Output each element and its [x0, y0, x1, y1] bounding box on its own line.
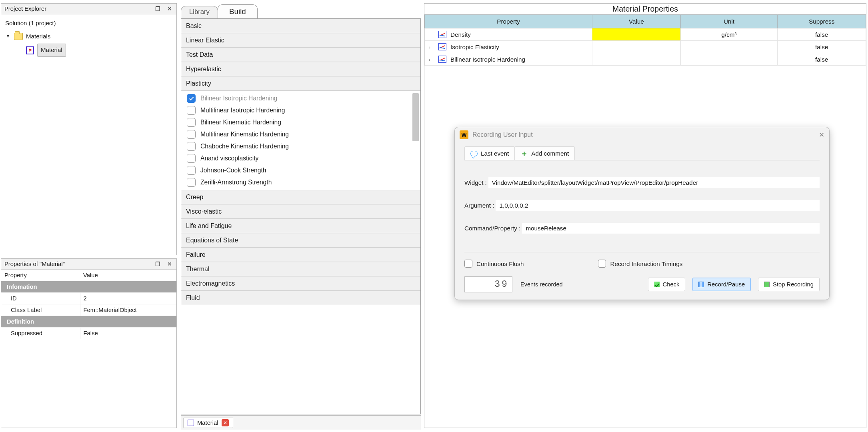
checkbox-icon[interactable] — [187, 166, 196, 175]
chk-chaboche[interactable]: Chaboche Kinematic Hardening — [186, 140, 418, 152]
mp-col-suppress[interactable]: Suppress — [778, 15, 866, 28]
mp-unit[interactable] — [680, 41, 778, 53]
mp-col-unit[interactable]: Unit — [680, 15, 778, 28]
recording-dialog[interactable]: W Recording User Input ✕ Last event ＋ Ad… — [454, 127, 830, 300]
expand-icon[interactable]: › — [429, 44, 434, 50]
chk-label: Chaboche Kinematic Hardening — [200, 143, 289, 150]
prop-id-value[interactable]: 2 — [80, 293, 176, 304]
chk-multilinear-kin[interactable]: Multilinear Kinematic Hardening — [186, 128, 418, 140]
argument-input[interactable]: 1,0,0,0,0,2 — [496, 200, 820, 211]
col-property[interactable]: Property — [1, 270, 80, 281]
record-pause-button[interactable]: Record/Pause — [692, 278, 751, 291]
mp-name: Density — [450, 31, 471, 38]
undock-icon[interactable]: ❐ — [154, 5, 161, 12]
checkbox-icon[interactable] — [187, 106, 196, 115]
checkbox-label: Record Interaction Timings — [610, 260, 682, 267]
chevron-down-icon[interactable]: ▾ — [5, 32, 11, 41]
dialog-title: Recording User Input — [472, 131, 533, 138]
mp-col-property[interactable]: Property — [425, 15, 592, 28]
mp-suppress-density[interactable]: false — [778, 28, 866, 41]
mp-row-iso-elastic[interactable]: › Isotropic Elasticity false — [425, 41, 866, 53]
prop-row-id[interactable]: ID 2 — [1, 293, 176, 304]
checkbox-icon[interactable] — [187, 94, 196, 103]
checkbox-label: Continuous Flush — [476, 260, 524, 267]
stop-recording-button[interactable]: Stop Recording — [758, 278, 820, 291]
mp-value[interactable] — [592, 41, 681, 53]
chk-zerilli-armstrong[interactable]: Zerilli-Armstrong Strength — [186, 176, 418, 188]
mp-suppress[interactable]: false — [778, 41, 866, 53]
group-definition: Definition — [1, 316, 176, 328]
tab-build[interactable]: Build — [218, 4, 258, 18]
cat-electromagnetics[interactable]: Electromagnetics — [181, 276, 420, 291]
close-tab-icon[interactable]: ✕ — [222, 419, 229, 426]
chk-anand[interactable]: Anand viscoplasticity — [186, 152, 418, 164]
chk-bilinear-iso[interactable]: Bilinear Isotropic Hardening — [186, 92, 418, 104]
cat-life-fatigue[interactable]: Life and Fatigue — [181, 219, 420, 233]
properties-panel-title: Properties of "Material" — [4, 261, 65, 267]
checkbox-icon[interactable] — [598, 260, 606, 268]
checkbox-icon[interactable] — [464, 260, 472, 268]
cat-linear-elastic[interactable]: Linear Elastic — [181, 33, 420, 48]
cat-plasticity[interactable]: Plasticity — [181, 76, 420, 91]
tree-material-row[interactable]: ⚑ Material — [4, 43, 174, 58]
checkbox-icon[interactable] — [187, 142, 196, 151]
record-timings-checkbox[interactable]: Record Interaction Timings — [598, 260, 682, 268]
cat-eos[interactable]: Equations of State — [181, 233, 420, 248]
close-icon[interactable]: ✕ — [166, 5, 173, 12]
close-icon[interactable]: ✕ — [166, 260, 173, 268]
material-properties-table: Property Value Unit Suppress › Density g… — [424, 14, 866, 66]
cat-fluid[interactable]: Fluid — [181, 291, 420, 305]
document-tab-material[interactable]: Material ✕ — [183, 418, 233, 428]
checkbox-icon[interactable] — [187, 178, 196, 187]
dialog-tab-add-comment[interactable]: ＋ Add comment — [514, 146, 575, 160]
check-button[interactable]: Check — [648, 278, 686, 291]
chk-johnson-cook[interactable]: Johnson-Cook Strength — [186, 164, 418, 176]
cat-creep[interactable]: Creep — [181, 190, 420, 204]
widget-input[interactable]: Vindow/MatEditor/splitter/layoutWidget/m… — [488, 177, 820, 188]
cat-basic[interactable]: Basic — [181, 19, 420, 33]
cat-hyperelastic[interactable]: Hyperelastic — [181, 62, 420, 76]
chk-bilinear-kin[interactable]: Bilinear Kinematic Hardening — [186, 116, 418, 128]
field-argument: Argument : 1,0,0,0,0,2 — [464, 200, 820, 211]
mp-col-value[interactable]: Value — [592, 15, 681, 28]
chk-label: Multilinear Kinematic Hardening — [200, 131, 289, 138]
tab-library[interactable]: Library — [181, 6, 218, 18]
mp-value[interactable] — [592, 53, 681, 66]
prop-row-class[interactable]: Class Label Fem::MaterialObject — [1, 304, 176, 316]
mp-value-density[interactable] — [592, 28, 681, 41]
tree-solution-row[interactable]: Solution (1 project) — [4, 17, 174, 30]
mp-suppress[interactable]: false — [778, 53, 866, 66]
mp-unit[interactable] — [680, 53, 778, 66]
chk-label: Bilinear Isotropic Hardening — [200, 95, 277, 102]
chk-label: Anand viscoplasticity — [200, 155, 258, 162]
checkbox-icon[interactable] — [187, 154, 196, 163]
continuous-flush-checkbox[interactable]: Continuous Flush — [464, 260, 524, 268]
prop-row-suppressed[interactable]: Suppressed False — [1, 328, 176, 339]
dialog-close-icon[interactable]: ✕ — [819, 131, 824, 139]
cat-failure[interactable]: Failure — [181, 248, 420, 262]
scrollbar-thumb[interactable] — [412, 93, 419, 141]
project-tree[interactable]: Solution (1 project) ▾ Materials ⚑ Mater… — [1, 14, 176, 255]
chk-multilinear-iso[interactable]: Multilinear Isotropic Hardening — [186, 104, 418, 116]
expand-icon[interactable]: › — [429, 57, 434, 62]
project-explorer-title: Project Explorer — [4, 6, 46, 12]
undock-icon[interactable]: ❐ — [154, 260, 161, 268]
checkbox-icon[interactable] — [187, 130, 196, 139]
cat-visco-elastic[interactable]: Visco-elastic — [181, 204, 420, 219]
tree-materials-row[interactable]: ▾ Materials — [4, 30, 174, 43]
col-value[interactable]: Value — [80, 270, 176, 281]
tree-material-label: Material — [37, 44, 66, 57]
prop-class-value[interactable]: Fem::MaterialObject — [80, 304, 176, 316]
prop-id-label: ID — [1, 293, 80, 304]
checkbox-icon[interactable] — [187, 118, 196, 127]
cat-test-data[interactable]: Test Data — [181, 48, 420, 62]
dialog-tab-last-event[interactable]: Last event — [464, 146, 515, 160]
mp-row-bilinear-iso[interactable]: › Bilinear Isotropic Hardening false — [425, 53, 866, 66]
mp-unit-density[interactable]: g/cm³ — [680, 28, 778, 41]
command-input[interactable]: mouseRelease — [522, 223, 820, 234]
field-label: Argument : — [464, 202, 494, 209]
field-label: Widget : — [464, 179, 487, 186]
mp-row-density[interactable]: › Density g/cm³ false — [425, 28, 866, 41]
cat-thermal[interactable]: Thermal — [181, 262, 420, 276]
prop-suppressed-value[interactable]: False — [80, 328, 176, 339]
